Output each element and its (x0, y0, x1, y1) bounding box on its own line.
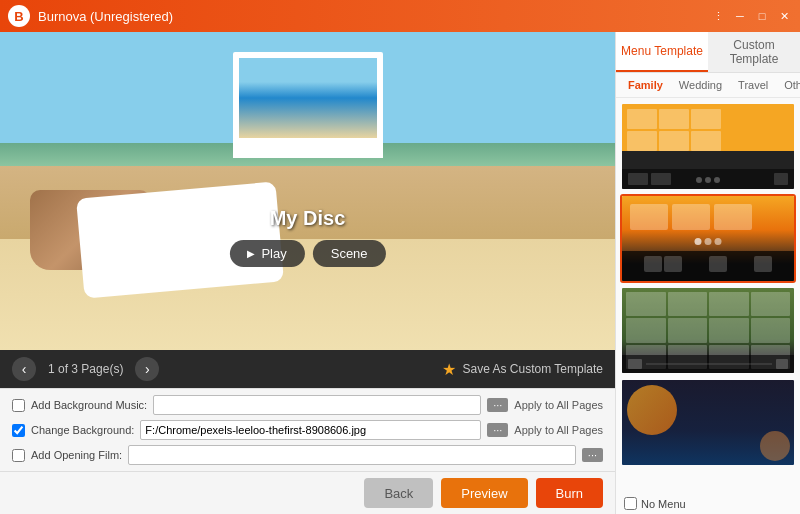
app-logo: B (8, 5, 30, 27)
no-menu-label: No Menu (641, 498, 686, 510)
bg-change-browse-button[interactable]: ··· (487, 423, 508, 437)
bg-music-row: Add Background Music: ··· Apply to All P… (12, 395, 603, 415)
template-item[interactable] (620, 194, 796, 283)
preview-button[interactable]: Preview (441, 478, 527, 508)
cat-family[interactable]: Family (622, 77, 669, 93)
prev-page-button[interactable]: ‹ (12, 357, 36, 381)
tab-menu-template[interactable]: Menu Template (616, 32, 708, 72)
cat-others[interactable]: Others (778, 77, 800, 93)
play-button[interactable]: ▶ Play (229, 240, 304, 267)
bg-change-checkbox[interactable] (12, 424, 25, 437)
template-thumb-2 (622, 196, 794, 281)
opening-film-browse-button[interactable]: ··· (582, 448, 603, 462)
sidebar: Menu Template Custom Template Family Wed… (615, 32, 800, 514)
maximize-button[interactable]: □ (754, 8, 770, 24)
scene-button[interactable]: Scene (313, 240, 386, 267)
template-item[interactable] (620, 102, 796, 191)
template-thumb-3 (622, 288, 794, 373)
cat-wedding[interactable]: Wedding (673, 77, 728, 93)
bg-music-checkbox[interactable] (12, 399, 25, 412)
template-item[interactable] (620, 286, 796, 375)
no-menu-row: No Menu (616, 493, 800, 514)
opening-film-checkbox[interactable] (12, 449, 25, 462)
bg-music-input[interactable] (153, 395, 481, 415)
bg-change-label: Change Background: (31, 424, 134, 436)
page-info: 1 of 3 Page(s) (48, 362, 123, 376)
disc-canvas: My Disc ▶ Play Scene (0, 32, 615, 350)
canvas-buttons: ▶ Play Scene (229, 240, 385, 267)
burn-button[interactable]: Burn (536, 478, 603, 508)
template-thumb-4 (622, 380, 794, 465)
close-button[interactable]: ✕ (776, 8, 792, 24)
bg-music-apply-label: Apply to All Pages (514, 399, 603, 411)
template-item[interactable] (620, 378, 796, 467)
action-buttons: Back Preview Burn (0, 471, 615, 514)
stamp-photo (239, 58, 377, 138)
opening-film-input[interactable] (128, 445, 576, 465)
menu-icon[interactable]: ⋮ (710, 8, 726, 24)
cat-travel[interactable]: Travel (732, 77, 774, 93)
category-tabs: Family Wedding Travel Others › (616, 73, 800, 98)
bg-music-label: Add Background Music: (31, 399, 147, 411)
app-title: Burnova (Unregistered) (38, 9, 710, 24)
save-template-label[interactable]: Save As Custom Template (462, 362, 603, 376)
opening-film-label: Add Opening Film: (31, 449, 122, 461)
templates-list (616, 98, 800, 493)
stamp-label (233, 144, 383, 158)
bg-music-browse-button[interactable]: ··· (487, 398, 508, 412)
minimize-button[interactable]: ─ (732, 8, 748, 24)
disc-title[interactable]: My Disc (270, 207, 346, 230)
t1-grid (627, 109, 721, 151)
template-tabs: Menu Template Custom Template (616, 32, 800, 73)
options-bar: Add Background Music: ··· Apply to All P… (0, 388, 615, 471)
no-menu-checkbox[interactable] (624, 497, 637, 510)
tab-custom-template[interactable]: Custom Template (708, 32, 800, 72)
play-icon: ▶ (247, 248, 255, 259)
template-thumb-1 (622, 104, 794, 189)
titlebar: B Burnova (Unregistered) ⋮ ─ □ ✕ (0, 0, 800, 32)
next-page-button[interactable]: › (135, 357, 159, 381)
stamp-frame (233, 52, 383, 158)
navigation-bar: ‹ 1 of 3 Page(s) › ★ Save As Custom Temp… (0, 350, 615, 388)
bg-change-input[interactable] (140, 420, 481, 440)
preview-area: My Disc ▶ Play Scene ‹ 1 of 3 Page(s) › … (0, 32, 615, 514)
bg-change-apply-label: Apply to All Pages (514, 424, 603, 436)
window-controls: ⋮ ─ □ ✕ (710, 8, 792, 24)
main-layout: My Disc ▶ Play Scene ‹ 1 of 3 Page(s) › … (0, 32, 800, 514)
star-icon[interactable]: ★ (442, 360, 456, 379)
opening-film-row: Add Opening Film: ··· (12, 445, 603, 465)
back-button[interactable]: Back (364, 478, 433, 508)
bg-change-row: Change Background: ··· Apply to All Page… (12, 420, 603, 440)
